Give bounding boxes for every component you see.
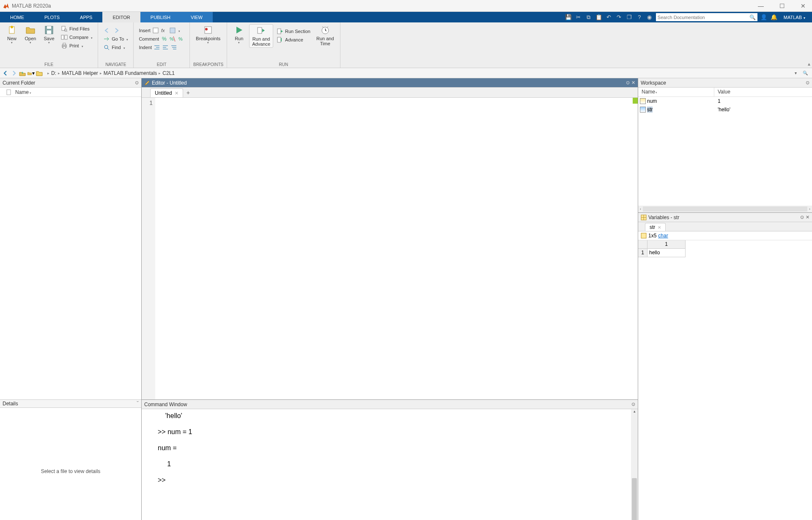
close-var-tab-icon[interactable]: ✕ [658, 225, 661, 230]
forward-button[interactable] [10, 69, 18, 77]
open-button[interactable]: Open [22, 24, 39, 45]
crumb-3[interactable]: C2L1 [162, 70, 175, 76]
file-icon [6, 89, 12, 95]
redo-icon[interactable]: ↷ [615, 14, 623, 21]
search-icon[interactable]: 🔍 [749, 14, 756, 20]
run-advance-button[interactable]: Run and Advance [249, 24, 273, 48]
advance-button[interactable]: Advance [275, 36, 312, 44]
tab-apps[interactable]: APPS [70, 12, 102, 22]
command-window-body[interactable]: 'hello' >> num = 1 num = 1 >> fx ▴ [142, 409, 638, 520]
variable-type-link[interactable]: char [658, 233, 668, 239]
compare-button[interactable]: Compare [59, 33, 94, 41]
maximize-window-button[interactable]: ☐ [776, 3, 788, 9]
grid-cell-1-1[interactable]: hello [647, 249, 686, 257]
nav-back-icon[interactable] [104, 28, 112, 33]
insert-button[interactable]: Insert fx [137, 27, 186, 34]
workspace-hscrollbar[interactable]: ‹› [638, 206, 812, 212]
save-icon[interactable]: 💾 [565, 14, 572, 21]
indent-button[interactable]: Indent [137, 44, 186, 51]
workspace-body[interactable]: num 1 str 'hello' [638, 97, 812, 206]
close-tab-icon[interactable]: ✕ [175, 91, 178, 96]
editor-text-area[interactable] [155, 98, 638, 399]
workspace-row-str[interactable]: str 'hello' [638, 105, 812, 114]
login-dropdown[interactable]: MATLAB [780, 15, 809, 20]
editor-body[interactable]: 1 [142, 98, 638, 399]
run-section-button[interactable]: Run Section [275, 28, 312, 35]
run-time-button[interactable]: Run and Time [314, 24, 337, 47]
browse-button[interactable]: ▾ [27, 69, 35, 77]
paste-icon[interactable]: 📋 [595, 14, 603, 21]
current-folder-header[interactable]: Current Folder ⊙ [0, 78, 141, 88]
editor-add-tab-button[interactable]: + [183, 88, 193, 97]
nav-fwd-icon[interactable] [113, 28, 121, 33]
workspace-row-num[interactable]: num 1 [638, 97, 812, 105]
command-scrollbar[interactable]: ▴ [631, 409, 638, 520]
editor-header[interactable]: Editor - Untitled ⊙ ✕ [142, 78, 638, 88]
print-button[interactable]: Print [59, 42, 94, 50]
command-options-icon[interactable]: ⊙ [631, 402, 635, 407]
variables-close-icon[interactable]: ✕ [806, 215, 809, 220]
notifications-icon[interactable]: 🔔 [770, 14, 778, 21]
details-header[interactable]: Details ˇ [0, 399, 141, 408]
find-button[interactable]: Find [102, 44, 130, 51]
ws-value-column[interactable]: Value [714, 88, 734, 96]
editor-gutter: 1 [142, 98, 155, 399]
current-folder-columns[interactable]: Name [0, 88, 141, 97]
command-window-header[interactable]: Command Window ⊙ [142, 400, 638, 409]
variables-header[interactable]: Variables - str ⊙ ✕ [638, 213, 812, 222]
tab-plots[interactable]: PLOTS [34, 12, 70, 22]
search-box[interactable]: 🔍 [656, 13, 757, 21]
editor-tab-untitled[interactable]: Untitled ✕ [150, 88, 183, 97]
search-input[interactable] [658, 15, 749, 20]
copy-icon[interactable]: ⧉ [585, 14, 593, 21]
svg-point-19 [205, 28, 208, 30]
grid-row-1[interactable]: 1 [638, 249, 647, 257]
cut-icon[interactable]: ✂ [575, 14, 582, 21]
crumb-1[interactable]: MATLAB Helper [62, 70, 98, 76]
svg-rect-7 [65, 35, 67, 39]
variable-grid[interactable]: 1 1 hello [638, 240, 812, 257]
save-button[interactable]: Save [41, 24, 58, 45]
right-column: Workspace ⊙ Name Value num 1 str 'hello'… [638, 78, 812, 520]
address-dropdown[interactable]: ▾ [792, 71, 799, 75]
editor-close-icon[interactable]: ✕ [631, 80, 635, 85]
tab-editor[interactable]: EDITOR [102, 12, 140, 22]
crumb-drive[interactable]: D: [51, 70, 56, 76]
code-analyzer-indicator[interactable] [633, 98, 638, 104]
switch-windows-icon[interactable]: ❐ [625, 14, 633, 21]
find-files-button[interactable]: Find Files [59, 25, 94, 33]
workspace-columns[interactable]: Name Value [638, 88, 812, 97]
panel-options-icon[interactable]: ⊙ [135, 80, 139, 85]
breadcrumb[interactable]: ▸ D: ▸ MATLAB Helper ▸ MATLAB Fundamenta… [44, 70, 791, 76]
tab-home[interactable]: HOME [0, 12, 34, 22]
close-window-button[interactable]: ✕ [797, 3, 809, 9]
undo-icon[interactable]: ↶ [605, 14, 613, 21]
addons-icon[interactable]: ◉ [646, 14, 653, 21]
goto-button[interactable]: Go To [102, 35, 130, 43]
minimize-window-button[interactable]: — [754, 3, 767, 9]
ws-name-column[interactable]: Name [638, 88, 714, 96]
workspace-header[interactable]: Workspace ⊙ [638, 78, 812, 88]
back-button[interactable] [2, 69, 9, 77]
current-folder-list[interactable] [0, 97, 141, 399]
grid-col-1[interactable]: 1 [647, 240, 686, 249]
tab-view[interactable]: VIEW [181, 12, 213, 22]
tab-publish[interactable]: PUBLISH [140, 12, 181, 22]
variables-options-icon[interactable]: ⊙ [800, 215, 804, 220]
signin-icon[interactable]: 👤 [760, 14, 768, 21]
run-section-icon [277, 28, 283, 35]
editor-options-icon[interactable]: ⊙ [626, 80, 630, 85]
help-icon[interactable]: ? [636, 14, 643, 21]
new-button[interactable]: New [3, 24, 20, 45]
address-search-icon[interactable]: 🔍 [800, 71, 810, 75]
minimize-toolstrip-button[interactable]: ▴ [808, 61, 810, 67]
workspace-options-icon[interactable]: ⊙ [806, 80, 809, 85]
crumb-2[interactable]: MATLAB Fundamentals [104, 70, 157, 76]
variable-tab-str[interactable]: str ✕ [645, 223, 666, 231]
breakpoints-button[interactable]: Breakpoints [193, 24, 223, 45]
details-expand-icon[interactable]: ˇ [137, 400, 139, 407]
name-column[interactable]: Name [15, 89, 31, 95]
up-folder-button[interactable] [19, 69, 26, 77]
comment-button[interactable]: Comment % % % [137, 35, 186, 43]
run-button[interactable]: Run [230, 24, 247, 45]
